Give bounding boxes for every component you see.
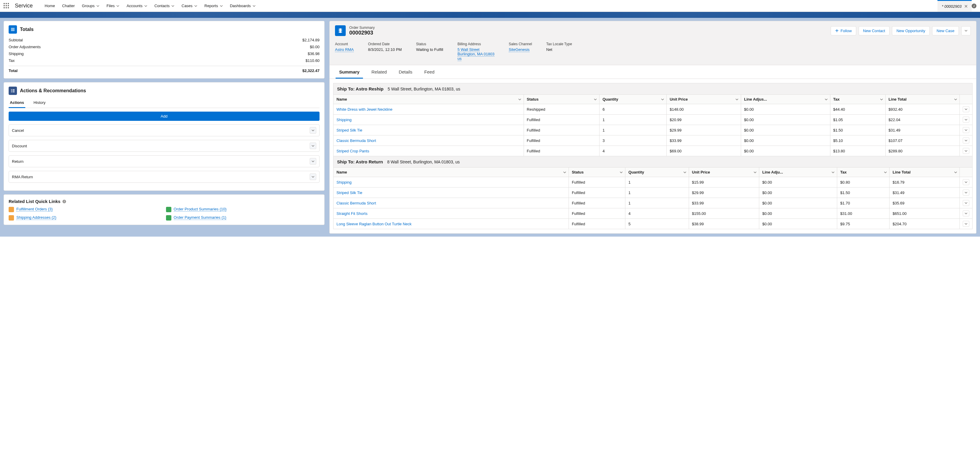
tab-details[interactable]: Details	[393, 65, 418, 78]
cell-action	[960, 115, 972, 125]
col-status[interactable]: Status	[523, 95, 600, 104]
svg-rect-2	[11, 91, 12, 91]
plus-icon	[835, 29, 839, 32]
cell-action	[960, 219, 972, 229]
tab-feed[interactable]: Feed	[418, 65, 440, 78]
col-name[interactable]: Name	[334, 95, 523, 104]
rlql-link[interactable]: Shipping Addresses (2)	[16, 215, 56, 220]
col-tax[interactable]: Tax	[830, 95, 885, 104]
product-link[interactable]: Striped Silk Tie	[336, 128, 363, 132]
row-menu-button[interactable]	[963, 148, 969, 154]
channel-link[interactable]: SiteGenesis	[509, 47, 530, 52]
row-menu-button[interactable]	[963, 221, 969, 227]
info-icon[interactable]: i	[972, 3, 977, 8]
totals-row-label: Tax	[9, 58, 14, 63]
chevron-down-icon	[754, 171, 757, 174]
product-link[interactable]: Striped Silk Tie	[336, 190, 363, 195]
product-link[interactable]: Classic Bermuda Short	[336, 139, 376, 143]
tab-related[interactable]: Related	[365, 65, 393, 78]
col-unit[interactable]: Unit Price	[689, 167, 759, 177]
row-menu-button[interactable]	[963, 137, 969, 143]
new-case-button[interactable]: New Case	[932, 26, 959, 35]
app-launcher-icon[interactable]	[3, 3, 10, 9]
account-link[interactable]: Astro RMA	[335, 47, 354, 52]
nav-item-dashboards[interactable]: Dashboards	[226, 0, 259, 11]
product-link[interactable]: Striped Crop Pants	[336, 149, 369, 153]
shipto-address: 8 Wall Street, Burlington, MA 01803, us	[387, 159, 460, 164]
more-actions-button[interactable]	[961, 26, 971, 35]
tab-actions[interactable]: Actions	[9, 98, 25, 108]
product-link[interactable]: Shipping	[336, 180, 352, 185]
tab-history[interactable]: History	[32, 98, 47, 108]
col-adj[interactable]: Line Adjus...	[741, 95, 830, 104]
nav-item-files[interactable]: Files	[103, 0, 123, 11]
action-option-discount[interactable]: Discount	[9, 140, 320, 152]
field-sales-channel: Sales Channel SiteGenesis	[509, 42, 532, 61]
row-menu-button[interactable]	[963, 179, 969, 185]
totals-row-label: Subtotal	[9, 38, 23, 42]
chevron-down-icon	[220, 5, 223, 8]
nav-item-accounts[interactable]: Accounts	[123, 0, 151, 11]
tab-summary[interactable]: Summary	[333, 65, 365, 78]
row-menu-button[interactable]	[963, 190, 969, 196]
highlights-panel: Order Summary 00002903 Follow New Contac…	[329, 21, 977, 65]
totals-icon	[9, 25, 17, 33]
nav-item-cases[interactable]: Cases	[178, 0, 201, 11]
action-option-rma-return[interactable]: RMA Return	[9, 171, 320, 183]
nav-item-chatter[interactable]: Chatter	[59, 0, 78, 11]
col-total[interactable]: Line Total	[885, 95, 959, 104]
left-column: Totals Subtotal$2,174.89Order Adjustment…	[3, 21, 325, 234]
col-name[interactable]: Name	[334, 167, 569, 177]
nav-label: Chatter	[62, 3, 75, 8]
chevron-down-icon	[954, 98, 957, 101]
record-name: 00002903	[349, 30, 375, 36]
product-link[interactable]: White Dress with Jewel Neckline	[336, 107, 392, 112]
col-qty[interactable]: Quantity	[600, 95, 667, 104]
cell-unit: $29.99	[667, 125, 741, 135]
rlql-link[interactable]: Order Payment Summaries (1)	[174, 215, 226, 220]
product-link[interactable]: Classic Bermuda Short	[336, 201, 376, 206]
billing-line2[interactable]: Burlington, MA 01803	[458, 52, 495, 57]
nav-label: Contacts	[154, 3, 170, 8]
row-menu-button[interactable]	[963, 210, 969, 216]
new-opportunity-button[interactable]: New Opportunity	[892, 26, 930, 35]
col-total[interactable]: Line Total	[889, 167, 960, 177]
follow-button[interactable]: Follow	[830, 26, 856, 35]
help-icon[interactable]: i	[62, 199, 66, 204]
action-option-cancel[interactable]: Cancel	[9, 124, 320, 136]
col-status[interactable]: Status	[568, 167, 625, 177]
col-tax[interactable]: Tax	[837, 167, 889, 177]
col-adj[interactable]: Line Adju...	[759, 167, 837, 177]
row-menu-button[interactable]	[963, 117, 969, 123]
row-menu-button[interactable]	[963, 127, 969, 133]
object-label: Order Summary	[349, 26, 375, 30]
rlql-link[interactable]: Order Product Summaries (10)	[174, 207, 227, 212]
rlql-link[interactable]: Fulfillment Orders (3)	[16, 207, 52, 212]
chevron-down-icon	[194, 5, 197, 8]
nav-item-groups[interactable]: Groups	[78, 0, 103, 11]
cell-qty: 6	[600, 104, 667, 115]
col-unit[interactable]: Unit Price	[667, 95, 741, 104]
row-menu-button[interactable]	[963, 106, 969, 112]
billing-line3[interactable]: us	[458, 56, 462, 61]
product-link[interactable]: Long Sleeve Raglan Button Out Turtle Nec…	[336, 222, 412, 226]
new-contact-button[interactable]: New Contact	[859, 26, 889, 35]
totals-title: Totals	[20, 27, 33, 32]
cell-status: Fulfilled	[523, 135, 600, 146]
product-link[interactable]: Shipping	[336, 118, 352, 122]
table-row: Classic Bermuda ShortFulfilled1$33.99$0.…	[334, 198, 972, 208]
action-option-return[interactable]: Return	[9, 155, 320, 167]
nav-item-contacts[interactable]: Contacts	[151, 0, 178, 11]
workspace-tab-active[interactable]: * 00002903	[937, 0, 972, 11]
add-button[interactable]: Add	[9, 112, 320, 121]
billing-line1[interactable]: 5 Wall Street	[458, 47, 480, 52]
nav-item-reports[interactable]: Reports	[201, 0, 226, 11]
nav-item-home[interactable]: Home	[41, 0, 59, 11]
row-menu-button[interactable]	[963, 200, 969, 206]
cell-action	[960, 135, 972, 146]
close-icon[interactable]	[964, 5, 967, 8]
col-qty[interactable]: Quantity	[625, 167, 689, 177]
cell-tax: $0.80	[837, 177, 889, 188]
product-link[interactable]: Straight Fit Shorts	[336, 211, 368, 216]
nav-label: Reports	[204, 3, 218, 8]
